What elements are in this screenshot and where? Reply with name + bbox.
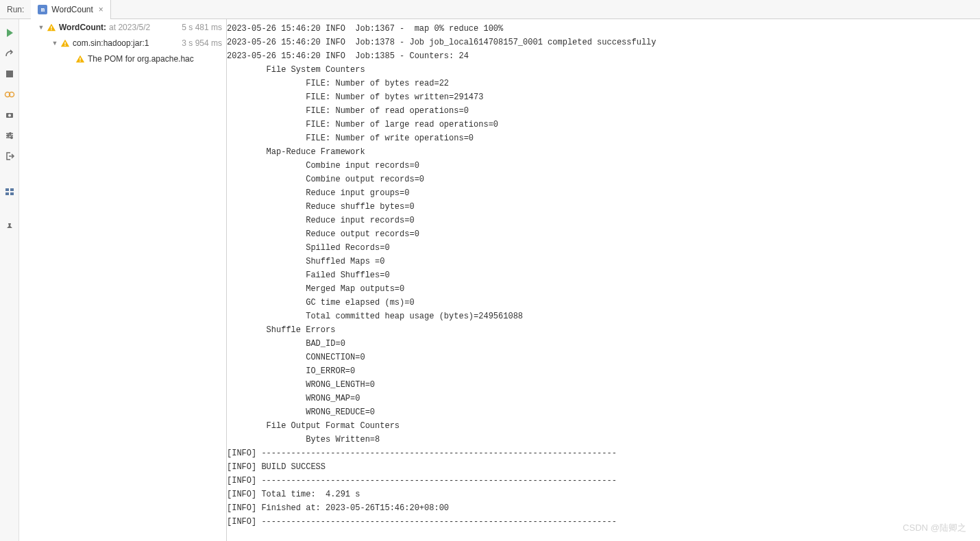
tree-time: 5 s 481 ms [182,23,226,32]
stop-icon[interactable] [4,68,15,79]
svg-rect-12 [51,26,51,29]
maven-icon: m [38,5,47,14]
close-icon[interactable]: × [97,5,105,14]
console-text: 2023-05-26 15:46:20 INFO Job:1367 - map … [227,19,980,529]
tool-gutter [0,19,19,541]
svg-point-6 [7,135,9,137]
tree-label: WordCount: [59,23,106,32]
svg-point-4 [8,114,11,117]
svg-point-7 [10,137,12,139]
settings-icon[interactable] [4,130,15,141]
show-warnings-icon[interactable] [4,89,15,100]
run-tab[interactable]: m WordCount × [31,0,111,19]
run-tab-label: WordCount [51,5,93,14]
tree-row-module[interactable]: ▼ com.sin:hadoop:jar:1 3 s 954 ms [19,35,226,51]
svg-point-5 [9,133,11,135]
console-output[interactable]: 2023-05-26 15:46:20 INFO Job:1367 - map … [227,19,980,541]
test-tree-panel: ▼ WordCount: at 2023/5/2 5 s 481 ms ▼ co… [19,19,227,541]
debug-icon[interactable] [4,48,15,59]
warning-icon [75,54,85,64]
svg-rect-0 [6,71,13,77]
top-bar: Run: m WordCount × [0,0,980,19]
svg-rect-16 [79,58,80,60]
rerun-icon[interactable] [4,27,15,38]
svg-rect-15 [64,45,65,45]
svg-rect-17 [79,60,80,61]
svg-rect-11 [10,192,14,195]
svg-rect-8 [5,188,9,191]
tree-toggle-icon[interactable]: ▼ [51,40,59,47]
warning-icon [60,38,70,48]
run-label: Run: [0,5,31,14]
tree-label: com.sin:hadoop:jar:1 [73,38,149,48]
svg-rect-13 [51,29,51,29]
tree-subtext: at 2023/5/2 [109,23,150,32]
tree-row-leaf[interactable]: The POM for org.apache.hac [19,51,226,66]
svg-rect-10 [5,192,9,195]
exit-icon[interactable] [4,151,15,162]
warning-icon [47,23,56,32]
layout-icon[interactable] [4,186,15,197]
pin-icon[interactable] [4,222,15,233]
svg-rect-14 [64,42,65,45]
dump-threads-icon[interactable] [4,110,15,121]
main-area: ▼ WordCount: at 2023/5/2 5 s 481 ms ▼ co… [0,19,980,541]
tree-label: The POM for org.apache.hac [88,54,194,64]
tree-time: 3 s 954 ms [182,38,226,48]
tree-row-root[interactable]: ▼ WordCount: at 2023/5/2 5 s 481 ms [19,19,226,35]
svg-rect-9 [10,188,14,191]
tree-toggle-icon[interactable]: ▼ [37,24,45,31]
